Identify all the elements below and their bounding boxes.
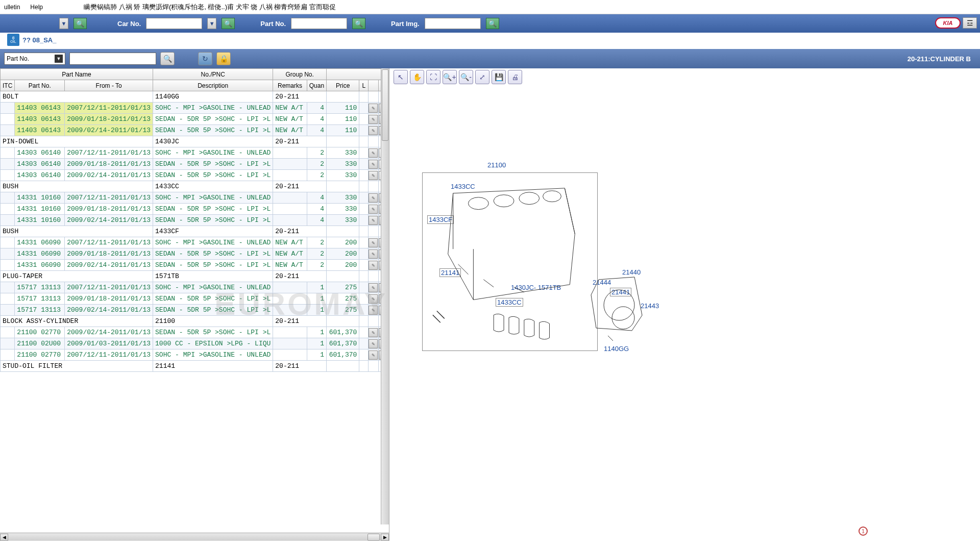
part-row[interactable]: 14303 061402009/01/18-2011/01/13SEDAN - … (1, 159, 389, 170)
part-no-search-button[interactable]: 🔍 (352, 18, 365, 29)
note-button[interactable]: ✎ (369, 261, 378, 270)
banner-text: 瞒樊锅镐肺 八祸 矫 璃樊沥焊(积魂斥怕老, 楷侥..)甫 犬牢 饶 八祸 柳青… (84, 3, 336, 12)
hdr-from-to[interactable]: From - To (65, 80, 153, 91)
group-row[interactable]: BOLT1140GG20-211 (1, 91, 389, 103)
menu-help[interactable]: Help (30, 4, 43, 11)
part-row[interactable]: 11403 061432007/12/11-2011/01/13SOHC - M… (1, 103, 389, 114)
note-button[interactable]: ✎ (369, 350, 378, 360)
part-row[interactable]: 14331 060902009/01/18-2011/01/13SEDAN - … (1, 248, 389, 260)
note-button[interactable]: ✎ (369, 171, 378, 180)
note-button[interactable]: ✎ (369, 193, 378, 203)
parts-search-button[interactable]: 🔍 (160, 52, 175, 65)
part-img-input[interactable] (425, 18, 481, 29)
zoom-out-button[interactable]: 🔍- (459, 70, 473, 84)
print-button[interactable]: 🖨 (508, 70, 522, 84)
scroll-right-arrow[interactable]: ▶ (381, 534, 389, 541)
parts-grid-wrap: Part Name No./PNC Group No. ITC Part No.… (0, 68, 389, 533)
svg-point-3 (543, 191, 561, 202)
group-row[interactable]: BUSH1433CF20-211 (1, 226, 389, 237)
note-button[interactable]: ✎ (369, 339, 378, 348)
part-row[interactable]: 14303 061402007/12/11-2011/01/13SOHC - M… (1, 147, 389, 159)
search-mode-dropdown[interactable]: Part No.▼ (4, 53, 65, 65)
hdr-part-no[interactable]: Part No. (15, 80, 65, 91)
hdr-qty[interactable]: Quan (307, 80, 326, 91)
lock-button[interactable]: 🔒 (216, 52, 231, 65)
model-dropdown-arrow[interactable]: ▼ (59, 18, 68, 29)
model-search-button[interactable]: 🔍 (74, 18, 87, 29)
part-img-search-button[interactable]: 🔍 (486, 18, 499, 29)
scroll-thumb[interactable] (382, 69, 388, 141)
hdr-price[interactable]: Price (327, 80, 359, 91)
vertical-scrollbar[interactable] (381, 68, 389, 524)
image-toolbar: ↖ ✋ ⛶ 🔍+ 🔍- ⤢ 💾 🖨 (389, 68, 980, 86)
pan-tool-button[interactable]: ✋ (410, 70, 424, 84)
note-button[interactable]: ✎ (369, 283, 378, 292)
car-no-dropdown-arrow[interactable]: ▼ (207, 18, 216, 29)
part-row[interactable]: 21100 027702007/12/11-2011/01/13SOHC - M… (1, 349, 389, 361)
part-row[interactable]: 15717 131132007/12/11-2011/01/13SOHC - M… (1, 282, 389, 293)
group-row[interactable]: PIN-DOWEL1430JC20-211 (1, 136, 389, 147)
part-row[interactable]: 14303 061402009/02/14-2011/01/13SEDAN - … (1, 170, 389, 181)
group-row[interactable]: PLUG-TAPER1571TB20-211 (1, 271, 389, 282)
save-button[interactable]: 💾 (492, 70, 506, 84)
part-row[interactable]: 14331 101602009/01/18-2011/01/13SEDAN - … (1, 204, 389, 215)
part-row[interactable]: 15717 131132009/01/18-2011/01/13SEDAN - … (1, 293, 389, 305)
note-button[interactable]: ✎ (369, 148, 378, 158)
group-row[interactable]: BLOCK ASSY-CYLINDER2110020-211 (1, 316, 389, 327)
note-button[interactable]: ✎ (369, 104, 378, 113)
menu-bar: ulletin Help 瞒樊锅镐肺 八祸 矫 璃樊沥焊(积魂斥怕老, 楷侥..… (0, 0, 980, 14)
menu-bulletin[interactable]: ulletin (4, 4, 20, 11)
svg-point-0 (468, 197, 488, 210)
note-button[interactable]: ✎ (369, 216, 378, 225)
note-button[interactable]: ✎ (369, 126, 378, 135)
part-row[interactable]: 11403 061432009/01/18-2011/01/13SEDAN - … (1, 114, 389, 125)
part-row[interactable]: 14331 101602009/02/14-2011/01/13SEDAN - … (1, 215, 389, 226)
note-button[interactable]: ✎ (369, 115, 378, 124)
note-button[interactable]: ✎ (369, 306, 378, 315)
tab-oil[interactable]: 🛢OIL ?? 08_SA_ (2, 31, 61, 49)
part-row[interactable]: 14331 060902009/02/14-2011/01/13SEDAN - … (1, 260, 389, 271)
diagram-area[interactable]: 21100 1433CC 1433CF 21141 1430JC- 1571TB… (389, 86, 980, 541)
part-row[interactable]: 14331 101602007/12/11-2011/01/13SOHC - M… (1, 192, 389, 204)
fit-button[interactable]: ⤢ (475, 70, 489, 84)
note-button[interactable]: ✎ (369, 238, 378, 247)
hdr-part-name[interactable]: Part Name (1, 69, 153, 80)
diagram-pane: ↖ ✋ ⛶ 🔍+ 🔍- ⤢ 💾 🖨 21100 1433CC 1433CF 21… (389, 68, 980, 541)
zoom-area-button[interactable]: ⛶ (426, 70, 440, 84)
horizontal-scrollbar[interactable]: ◀ ▶ (0, 533, 389, 541)
refresh-button[interactable]: ↻ (198, 52, 212, 65)
language-button[interactable]: ☲ (963, 17, 977, 29)
car-no-input[interactable] (146, 18, 202, 29)
part-row[interactable]: 14331 060902007/12/11-2011/01/13SOHC - M… (1, 237, 389, 248)
note-button[interactable]: ✎ (369, 328, 378, 337)
group-row[interactable]: BUSH1433CC20-211 (1, 181, 389, 192)
hdr-description[interactable]: Description (153, 80, 273, 91)
hdr-remarks[interactable]: Remarks (273, 80, 307, 91)
hscroll-thumb[interactable] (368, 534, 380, 541)
part-row[interactable]: 21100 027702009/02/14-2011/01/13SEDAN - … (1, 327, 389, 338)
part-row[interactable]: 11403 061432009/02/14-2011/01/13SEDAN - … (1, 125, 389, 136)
zoom-in-button[interactable]: 🔍+ (443, 70, 457, 84)
part-no-input[interactable] (291, 18, 347, 29)
note-button[interactable]: ✎ (369, 160, 378, 169)
note-button[interactable]: ✎ (369, 294, 378, 304)
callout-1140gg[interactable]: 1140GG (603, 345, 630, 353)
note-button[interactable]: ✎ (369, 249, 378, 259)
hdr-no-pnc[interactable]: No./PNC (153, 69, 273, 80)
group-row[interactable]: STUD-OIL FILTER2114120-211 (1, 361, 389, 372)
part-row[interactable]: 21100 02U002009/01/03-2011/01/131000 CC … (1, 338, 389, 349)
pointer-tool-button[interactable]: ↖ (394, 70, 408, 84)
part-row[interactable]: 15717 131132009/02/14-2011/01/13SEDAN - … (1, 305, 389, 316)
hdr-group-no[interactable]: Group No. (273, 69, 327, 80)
hdr-itc[interactable]: ITC (1, 80, 15, 91)
hdr-l[interactable]: L (359, 80, 369, 91)
note-button[interactable]: ✎ (369, 205, 378, 214)
parts-search-input[interactable] (69, 53, 156, 65)
engine-diagram-box (422, 172, 598, 351)
kia-logo: KIA (935, 17, 961, 29)
car-no-search-button[interactable]: 🔍 (222, 18, 235, 29)
page-badge[interactable]: 1 (859, 527, 868, 536)
callout-21100[interactable]: 21100 (486, 161, 507, 169)
scroll-left-arrow[interactable]: ◀ (0, 534, 8, 541)
brand-controls: KIA ☲ (935, 17, 977, 29)
